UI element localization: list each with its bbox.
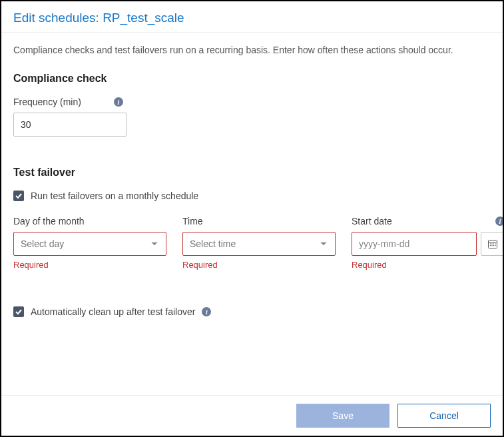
auto-cleanup-checkbox[interactable] [13, 306, 24, 317]
test-failover-heading: Test failover [13, 167, 491, 179]
svg-point-4 [493, 243, 494, 244]
description-text: Compliance checks and test failovers run… [13, 45, 491, 55]
day-of-month-error: Required [13, 260, 166, 270]
time-select[interactable]: Select time [182, 232, 336, 256]
info-icon[interactable]: i [114, 97, 123, 107]
start-date-error: Required [352, 260, 503, 270]
time-label: Time [182, 216, 203, 226]
run-monthly-checkbox[interactable] [13, 191, 24, 201]
start-date-input[interactable]: yyyy-mm-dd [352, 232, 477, 256]
save-button[interactable]: Save [296, 404, 389, 428]
start-date-label: Start date [352, 216, 392, 226]
chevron-down-icon [150, 239, 159, 248]
dialog-title: Edit schedules: RP_test_scale [13, 11, 491, 25]
frequency-input[interactable] [13, 113, 126, 137]
dialog-footer: Save Cancel [1, 395, 503, 436]
day-of-month-placeholder: Select day [21, 238, 64, 249]
svg-point-7 [491, 245, 492, 246]
start-date-placeholder: yyyy-mm-dd [359, 238, 409, 249]
time-placeholder: Select time [190, 238, 236, 249]
info-icon[interactable]: i [202, 307, 211, 316]
auto-cleanup-label: Automatically clean up after test failov… [31, 306, 195, 317]
svg-point-8 [493, 245, 494, 246]
day-of-month-select[interactable]: Select day [13, 232, 166, 256]
chevron-down-icon [319, 239, 328, 248]
svg-point-5 [495, 243, 495, 244]
dialog-body: Compliance checks and test failovers run… [1, 33, 503, 395]
svg-point-3 [491, 243, 492, 244]
frequency-label: Frequency (min) [13, 97, 81, 107]
info-icon[interactable]: i [495, 217, 503, 226]
calendar-button[interactable] [481, 232, 503, 256]
svg-point-6 [490, 245, 491, 246]
svg-point-2 [490, 243, 491, 244]
compliance-heading: Compliance check [13, 73, 491, 85]
day-of-month-label: Day of the month [13, 216, 85, 226]
svg-rect-0 [489, 240, 497, 248]
cancel-button[interactable]: Cancel [397, 404, 491, 428]
svg-point-9 [495, 245, 495, 246]
run-monthly-label: Run test failovers on a monthly schedule [31, 191, 198, 201]
time-error: Required [182, 260, 336, 270]
dialog-header: Edit schedules: RP_test_scale [1, 1, 503, 33]
calendar-icon [487, 238, 498, 249]
